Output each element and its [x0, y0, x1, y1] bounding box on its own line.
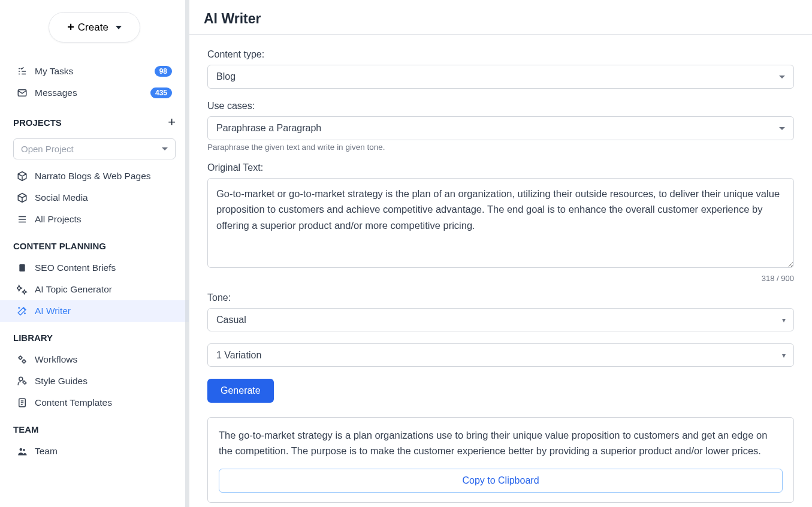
project-item[interactable]: Social Media [0, 187, 189, 209]
svg-point-2 [19, 357, 22, 360]
original-text-label: Original Text: [207, 162, 794, 173]
section-title: LIBRARY [13, 333, 53, 343]
nav-workflows[interactable]: Workflows [0, 349, 189, 370]
tone-label: Tone: [207, 292, 794, 303]
nav-content-templates[interactable]: Content Templates [0, 392, 189, 414]
tone-select[interactable]: Casual [207, 308, 794, 331]
result-text: The go-to-market strategy is a plan orga… [219, 427, 783, 459]
original-text-input[interactable] [207, 178, 794, 268]
section-title: TEAM [13, 424, 39, 434]
plus-icon: + [67, 20, 74, 34]
section-title: CONTENT PLANNING [13, 241, 106, 251]
nav-style-guides[interactable]: Style Guides [0, 370, 189, 392]
users-icon [17, 446, 28, 457]
copy-to-clipboard-button[interactable]: Copy to Clipboard [219, 469, 783, 493]
sparkle-icon [17, 284, 28, 295]
svg-point-7 [23, 449, 25, 451]
nav-topic-generator[interactable]: AI Topic Generator [0, 279, 189, 300]
nav-item-label: Content Templates [35, 397, 172, 408]
nav-my-tasks[interactable]: My Tasks 98 [0, 61, 189, 82]
badge: 435 [150, 87, 172, 98]
list-icon [17, 214, 28, 225]
page-title: AI Writer [204, 11, 798, 27]
nav-item-label: Style Guides [35, 376, 172, 387]
projects-header: PROJECTS + [0, 104, 189, 136]
nav-item-label: AI Topic Generator [35, 284, 172, 295]
nav-seo-briefs[interactable]: SEO Content Briefs [0, 257, 189, 279]
nav-item-label: Social Media [35, 192, 172, 203]
tasks-icon [17, 66, 28, 77]
sidebar: + Create My Tasks 98 Messages 435 PROJEC… [0, 0, 189, 507]
chevron-down-icon [779, 127, 785, 130]
cube-icon [17, 192, 28, 203]
select-value: Blog [216, 71, 236, 82]
nav-team[interactable]: Team [0, 440, 189, 462]
nav-item-label: Messages [35, 87, 143, 98]
nav-messages[interactable]: Messages 435 [0, 82, 189, 104]
page-header: AI Writer [189, 0, 812, 35]
nav-item-label: Team [35, 446, 172, 457]
add-project-button[interactable]: + [168, 114, 176, 130]
open-project-label: Open Project [21, 144, 74, 154]
chevron-down-icon [162, 147, 168, 150]
content-planning-header: CONTENT PLANNING [0, 230, 189, 257]
content-type-select[interactable]: Blog [207, 65, 794, 89]
svg-point-6 [20, 448, 23, 451]
variation-select[interactable]: 1 Variation [207, 343, 794, 367]
use-cases-select[interactable]: Paraphrase a Paragraph [207, 116, 794, 140]
nav-item-label: My Tasks [35, 66, 147, 77]
main-content: AI Writer Content type: Blog Use cases: … [189, 0, 812, 507]
chevron-down-icon [779, 76, 785, 79]
create-button-label: Create [78, 22, 108, 34]
use-cases-label: Use cases: [207, 101, 794, 111]
nav-item-label: All Projects [35, 214, 172, 225]
open-project-select[interactable]: Open Project [13, 138, 176, 159]
library-header: LIBRARY [0, 322, 189, 349]
nav-item-label: SEO Content Briefs [35, 262, 172, 273]
template-icon [17, 397, 28, 408]
svg-point-3 [23, 360, 26, 363]
nav-item-label: Narrato Blogs & Web Pages [35, 171, 172, 182]
use-cases-help: Paraphrase the given text and write in g… [207, 143, 794, 152]
magic-wand-icon [17, 306, 28, 316]
svg-point-4 [19, 377, 23, 381]
svg-rect-1 [19, 264, 25, 271]
mail-icon [17, 87, 28, 98]
document-icon [17, 262, 28, 273]
nav-item-label: AI Writer [35, 306, 172, 316]
char-count: 318 / 900 [207, 274, 794, 283]
generate-button[interactable]: Generate [207, 379, 274, 403]
project-item-all[interactable]: All Projects [0, 209, 189, 230]
section-title: PROJECTS [13, 117, 62, 128]
team-header: TEAM [0, 414, 189, 440]
select-value: Paraphrase a Paragraph [216, 123, 321, 134]
create-button[interactable]: + Create [49, 12, 140, 43]
user-edit-icon [17, 376, 28, 387]
project-item[interactable]: Narrato Blogs & Web Pages [0, 165, 189, 187]
nav-item-label: Workflows [35, 354, 172, 365]
cube-icon [17, 171, 28, 182]
chevron-down-icon [116, 26, 122, 29]
ai-writer-form: Content type: Blog Use cases: Paraphrase… [189, 35, 812, 507]
result-box: The go-to-market strategy is a plan orga… [207, 417, 794, 503]
gears-icon [17, 354, 28, 365]
content-type-label: Content type: [207, 49, 794, 60]
nav-ai-writer[interactable]: AI Writer [0, 300, 189, 322]
badge: 98 [155, 66, 172, 77]
